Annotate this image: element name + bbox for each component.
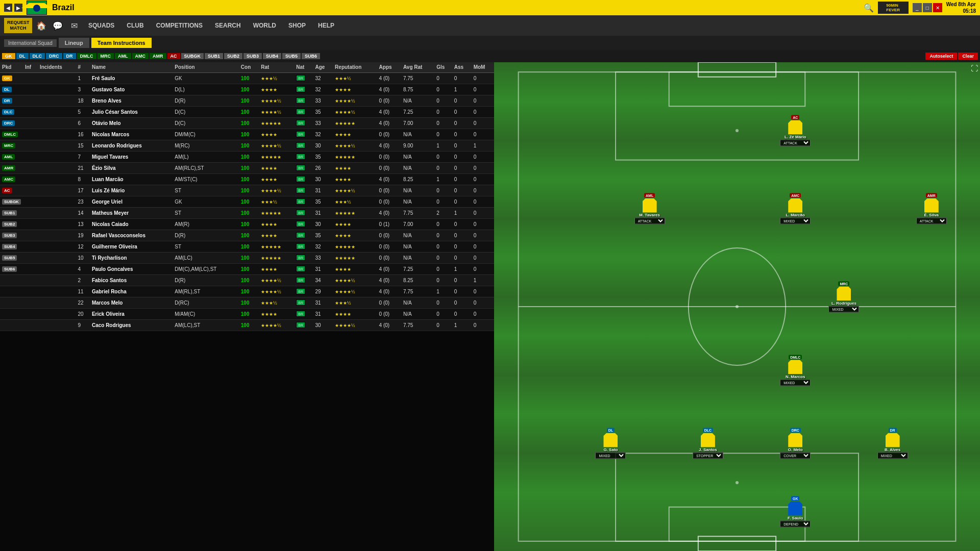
filter-sub2[interactable]: SUB2 — [224, 53, 242, 59]
player-token-silva[interactable]: AMR É. Silva ATTACK ATTACKMIXEDDEFENDSTO… — [916, 193, 947, 224]
token-tactic[interactable]: DEFEND ATTACKMIXEDDEFENDSTOPPERCOVER — [780, 521, 811, 528]
autoselect-button[interactable]: Autoselect — [925, 53, 957, 60]
player-token-santos[interactable]: DLC J. Santos STOPPER ATTACKMIXEDDEFENDS… — [693, 428, 723, 459]
table-row[interactable]: AML 7 Miguel Tavares AM(L) 100 ★★★★★ BR … — [0, 151, 494, 162]
token-tactic[interactable]: ATTACK ATTACKMIXEDDEFENDSTOPPERCOVER — [916, 218, 947, 224]
player-name[interactable]: Miguel Tavares — [90, 151, 173, 162]
nav-squads[interactable]: SQUADS — [83, 20, 119, 31]
player-name[interactable]: Julio César Santos — [90, 106, 173, 117]
token-tactic[interactable]: ATTACK ATTACKMIXEDDEFENDSTOPPERCOVER — [780, 140, 811, 146]
nav-search[interactable]: SEARCH — [210, 20, 246, 31]
maximize-button[interactable]: □ — [923, 3, 932, 12]
player-token-sato[interactable]: DL G. Sato MIXED ATTACKMIXEDDEFENDSTOPPE… — [595, 428, 626, 459]
home-icon[interactable]: 🏠 — [34, 18, 48, 33]
table-row[interactable]: 20 Erick Oliveira M/AM(C) 100 ★★★★ BR 31… — [0, 308, 494, 319]
token-tactic[interactable]: MIXED ATTACKMIXEDDEFENDSTOPPERCOVER — [828, 306, 859, 312]
token-tactic[interactable]: MIXED ATTACKMIXEDDEFENDSTOPPERCOVER — [877, 453, 908, 459]
nav-world[interactable]: WORLD — [248, 20, 281, 31]
table-row[interactable]: GK 1 Fré Saulo GK 100 ★★★½ BR 32 ★★★½ 4 … — [0, 72, 494, 84]
player-name[interactable]: George Uriel — [90, 196, 173, 207]
player-name[interactable]: Marcos Melo — [90, 297, 173, 308]
token-tactic[interactable]: MIXED ATTACKMIXEDDEFENDSTOPPERCOVER — [780, 379, 811, 386]
player-name[interactable]: Otávio Melo — [90, 117, 173, 129]
filter-mrc[interactable]: MRC — [97, 53, 114, 59]
player-token-melo[interactable]: DRC O. Melo COVER ATTACKMIXEDDEFENDSTOPP… — [780, 428, 811, 459]
table-row[interactable]: AMR 21 Ézio Silva AM(RLC),ST 100 ★★★★ BR… — [0, 162, 494, 173]
player-name[interactable]: Caco Rodrigues — [90, 319, 173, 331]
search-icon[interactable]: 🔍 — [864, 3, 874, 13]
tab-team-instructions[interactable]: Team Instructions — [91, 38, 152, 48]
filter-dlc[interactable]: DLC — [30, 53, 45, 59]
table-row[interactable]: SUB6 4 Paulo Goncalves DM(C),AM(LC),ST 1… — [0, 263, 494, 274]
nav-club[interactable]: CLUB — [121, 20, 149, 31]
player-name[interactable]: Nicolas Marcos — [90, 129, 173, 140]
player-name[interactable]: Gustavo Sato — [90, 84, 173, 95]
player-name[interactable]: Leonardo Rodrigues — [90, 140, 173, 151]
player-token-marcos[interactable]: DMLC N. Marcos MIXED ATTACKMIXEDDEFENDST… — [780, 355, 811, 386]
table-row[interactable]: DRC 6 Otávio Melo D(C) 100 ★★★★★ BR 33 ★… — [0, 117, 494, 129]
clear-button[interactable]: Clear — [958, 53, 978, 60]
table-row[interactable]: 22 Marcos Melo D(RC) 100 ★★★½ BR 31 ★★★½… — [0, 297, 494, 308]
table-row[interactable]: 9 Caco Rodrigues AM(LC),ST 100 ★★★★½ BR … — [0, 319, 494, 331]
filter-sub1[interactable]: SUB1 — [205, 53, 223, 59]
mail-icon[interactable]: ✉ — [67, 18, 81, 33]
player-name[interactable]: Breno Alves — [90, 95, 173, 106]
player-name[interactable]: Guilherme Oliveira — [90, 241, 173, 252]
player-name[interactable]: Fré Saulo — [90, 72, 173, 84]
back-arrow[interactable]: ◀ — [4, 4, 12, 12]
filter-dl[interactable]: DL — [16, 53, 29, 59]
token-tactic[interactable]: STOPPER ATTACKMIXEDDEFENDSTOPPERCOVER — [693, 453, 723, 459]
tab-lineup[interactable]: Lineup — [59, 38, 89, 48]
table-row[interactable]: 2 Fabico Santos D(R) 100 ★★★★½ BR 34 ★★★… — [0, 274, 494, 286]
token-tactic[interactable]: COVER ATTACKMIXEDDEFENDSTOPPERCOVER — [780, 453, 811, 459]
table-row[interactable]: AC 17 Luis Zé Mário ST 100 ★★★★½ BR 31 ★… — [0, 185, 494, 196]
player-token-rodrigues[interactable]: MRC L. Rodrigues MIXED ATTACKMIXEDDEFEND… — [828, 281, 859, 312]
player-token-ze-mario[interactable]: AC L. Zé Mário ATTACK ATTACKMIXEDDEFENDS… — [780, 115, 811, 146]
player-name[interactable]: Luis Zé Mário — [90, 185, 173, 196]
filter-sub4[interactable]: SUB4 — [263, 53, 281, 59]
table-row[interactable]: SUB4 12 Guilherme Oliveira ST 100 ★★★★★ … — [0, 241, 494, 252]
nav-help[interactable]: HELP — [313, 20, 339, 31]
table-row[interactable]: DL 3 Gustavo Sato D(L) 100 ★★★★ BR 32 ★★… — [0, 84, 494, 95]
table-row[interactable]: SUBGK 23 George Uriel GK 100 ★★★½ BR 35 … — [0, 196, 494, 207]
table-row[interactable]: MRC 15 Leonardo Rodrigues M(RC) 100 ★★★★… — [0, 140, 494, 151]
filter-aml[interactable]: AML — [115, 53, 131, 59]
player-name[interactable]: Ti Rycharlison — [90, 252, 173, 263]
token-tactic[interactable]: MIXED ATTACKMIXEDDEFENDSTOPPERCOVER — [780, 218, 811, 224]
table-row[interactable]: SUB5 10 Ti Rycharlison AM(LC) 100 ★★★★★ … — [0, 252, 494, 263]
filter-dr[interactable]: DR — [63, 53, 76, 59]
filter-subgk[interactable]: SUBGK — [181, 53, 204, 59]
player-token-saulo[interactable]: GK F. Saulo DEFEND ATTACKMIXEDDEFENDSTOP… — [780, 496, 811, 528]
player-name[interactable]: Gabriel Rocha — [90, 286, 173, 297]
player-name[interactable]: Paulo Goncalves — [90, 263, 173, 274]
player-token-tavares[interactable]: AML M. Tavares ATTACK ATTACKMIXEDDEFENDS… — [634, 193, 665, 224]
player-name[interactable]: Nicolas Caiado — [90, 218, 173, 230]
table-row[interactable]: DMLC 16 Nicolas Marcos DM/M(C) 100 ★★★★ … — [0, 129, 494, 140]
filter-drc[interactable]: DRC — [46, 53, 62, 59]
filter-amr[interactable]: AMR — [150, 53, 166, 59]
table-row[interactable]: AMC 8 Luan Marcão AM/ST(C) 100 ★★★★ BR 3… — [0, 173, 494, 185]
filter-dmlc[interactable]: DMLC — [77, 53, 96, 59]
expand-icon[interactable]: ⛶ — [971, 64, 978, 72]
token-tactic[interactable]: MIXED ATTACKMIXEDDEFENDSTOPPERCOVER — [595, 453, 626, 459]
table-row[interactable]: DLC 5 Julio César Santos D(C) 100 ★★★★½ … — [0, 106, 494, 117]
filter-sub3[interactable]: SUB3 — [243, 53, 262, 59]
chat-icon[interactable]: 💬 — [51, 18, 65, 33]
token-tactic[interactable]: ATTACK ATTACKMIXEDDEFENDSTOPPERCOVER — [634, 218, 665, 224]
nav-competitions[interactable]: COMPETITIONS — [151, 20, 208, 31]
player-name[interactable]: Matheus Meyer — [90, 207, 173, 218]
table-row[interactable]: SUB2 13 Nicolas Caiado AM(R) 100 ★★★★ BR… — [0, 218, 494, 230]
minimize-button[interactable]: _ — [913, 3, 922, 12]
player-name[interactable]: Erick Oliveira — [90, 308, 173, 319]
request-match-button[interactable]: REQUESTMATCH — [4, 18, 32, 33]
player-name[interactable]: Rafael Vascoconselos — [90, 230, 173, 241]
filter-ac[interactable]: AC — [167, 53, 180, 59]
filter-sub6[interactable]: SUB6 — [302, 53, 320, 59]
player-name[interactable]: Luan Marcão — [90, 173, 173, 185]
player-token-marcao[interactable]: AMC L. Marcão MIXED ATTACKMIXEDDEFENDSTO… — [780, 193, 811, 224]
filter-gk[interactable]: GK — [2, 53, 15, 59]
filter-amc[interactable]: AMC — [132, 53, 149, 59]
table-row[interactable]: 11 Gabriel Rocha AM(RL),ST 100 ★★★★½ BR … — [0, 286, 494, 297]
player-name[interactable]: Ézio Silva — [90, 162, 173, 173]
nav-shop[interactable]: SHOP — [283, 20, 311, 31]
